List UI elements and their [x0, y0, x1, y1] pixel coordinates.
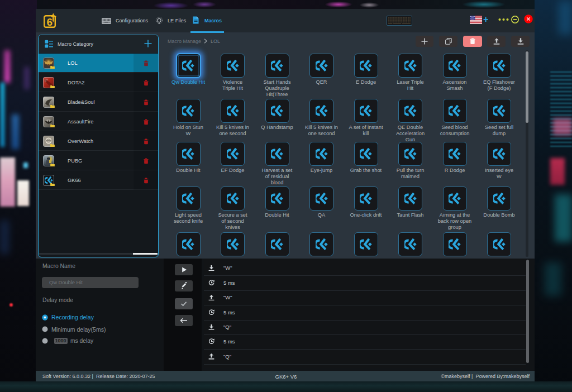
svg-text:6: 6	[47, 16, 53, 28]
